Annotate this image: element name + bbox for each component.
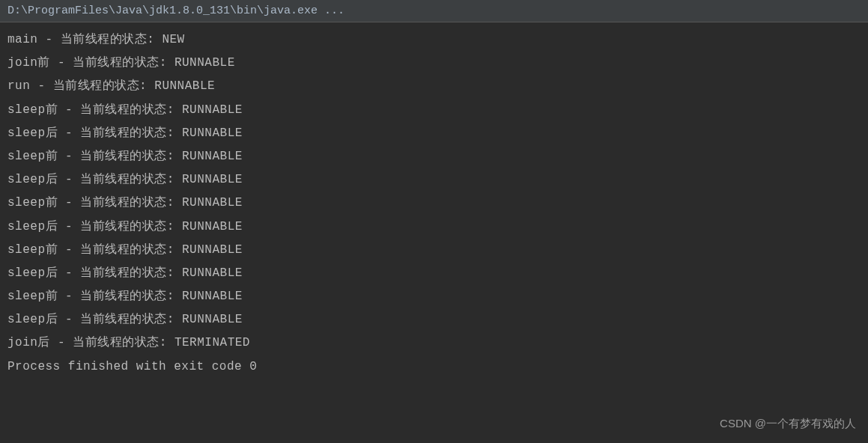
output-line: sleep后 - 当前线程的状态: RUNNABLE — [7, 122, 861, 145]
output-line: join后 - 当前线程的状态: TERMINATED — [7, 332, 861, 355]
output-line: sleep后 - 当前线程的状态: RUNNABLE — [7, 168, 861, 192]
output-line: sleep后 - 当前线程的状态: RUNNABLE — [7, 216, 861, 239]
output-line: Process finished with exit code 0 — [7, 355, 861, 379]
output-line: join前 - 当前线程的状态: RUNNABLE — [7, 52, 861, 75]
console-header: D:\ProgramFiles\Java\jdk1.8.0_131\bin\ja… — [0, 0, 868, 22]
command-line: D:\ProgramFiles\Java\jdk1.8.0_131\bin\ja… — [7, 4, 345, 17]
output-line: run - 当前线程的状态: RUNNABLE — [7, 75, 861, 98]
output-line: sleep前 - 当前线程的状态: RUNNABLE — [7, 99, 861, 122]
watermark-text: CSDN @一个有梦有戏的人 — [720, 417, 856, 430]
output-line: sleep前 - 当前线程的状态: RUNNABLE — [7, 145, 861, 168]
output-line: main - 当前线程的状态: NEW — [7, 28, 861, 52]
console-output[interactable]: main - 当前线程的状态: NEW join前 - 当前线程的状态: RUN… — [0, 22, 868, 385]
output-line: sleep前 - 当前线程的状态: RUNNABLE — [7, 192, 861, 215]
output-line: sleep前 - 当前线程的状态: RUNNABLE — [7, 239, 861, 262]
output-line: sleep前 - 当前线程的状态: RUNNABLE — [7, 285, 861, 308]
watermark: CSDN @一个有梦有戏的人 — [720, 417, 856, 431]
output-line: sleep后 - 当前线程的状态: RUNNABLE — [7, 308, 861, 332]
output-line: sleep后 - 当前线程的状态: RUNNABLE — [7, 262, 861, 285]
